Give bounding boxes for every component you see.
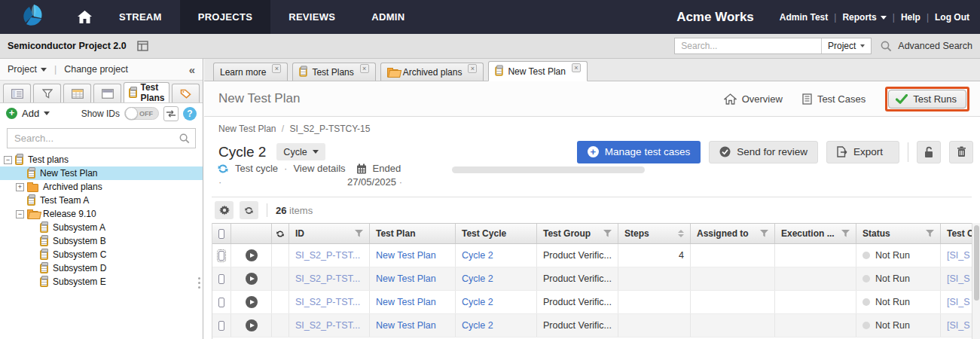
tab-learn-more[interactable]: Learn more × (213, 63, 288, 81)
test-plan-link[interactable]: New Test Plan (376, 297, 436, 307)
row-checkbox[interactable] (218, 298, 224, 307)
send-for-review-button[interactable]: Send for review (709, 141, 818, 163)
user-menu[interactable]: Admin Test (780, 12, 828, 23)
tree-item-archived-plans[interactable]: Archived plans (0, 180, 203, 194)
test-runs-button[interactable]: Test Runs (888, 90, 966, 108)
test-run-id-link[interactable]: SI_S2_P-TST... (295, 297, 360, 307)
help-link[interactable]: Help (901, 12, 920, 23)
test-case-link[interactable]: [SI_S (947, 273, 970, 284)
execute-run-icon[interactable] (246, 273, 258, 285)
close-icon[interactable]: × (572, 63, 581, 72)
tree-item-test-team-a[interactable]: Test Team A (0, 194, 203, 207)
nav-item-stream[interactable]: STREAM (101, 0, 180, 34)
column-header-test-group[interactable]: Test Group (537, 224, 618, 243)
tree-item-subsystem-c[interactable]: Subsystem C (0, 248, 203, 261)
column-header-test-plan[interactable]: Test Plan (370, 224, 456, 243)
test-case-link[interactable]: [SI_S (947, 250, 970, 261)
table-settings-button[interactable] (215, 201, 234, 219)
column-header-id[interactable]: ID (289, 224, 370, 243)
reports-menu[interactable]: Reports (842, 12, 886, 23)
test-plan-link[interactable]: New Test Plan (376, 250, 436, 261)
test-run-id-link[interactable]: SI_S2_P-TST... (295, 250, 360, 261)
filter-icon[interactable] (355, 230, 363, 237)
row-checkbox[interactable] (218, 321, 224, 331)
close-icon[interactable]: × (468, 64, 477, 73)
add-button[interactable]: Add (22, 108, 39, 119)
help-icon[interactable]: ? (183, 107, 197, 121)
test-cycle-link[interactable]: Cycle 2 (462, 320, 493, 331)
panel-view-tab[interactable] (93, 84, 121, 102)
execute-run-icon[interactable] (246, 319, 258, 331)
column-header-status[interactable]: Status (856, 224, 941, 243)
test-plans-tab[interactable]: Test Plans (124, 82, 169, 102)
filter-tab[interactable] (33, 84, 61, 102)
tags-tab[interactable] (172, 84, 200, 102)
tab-test-plans[interactable]: Test Plans × (292, 63, 375, 81)
refresh-table-button[interactable] (240, 201, 258, 219)
filter-icon[interactable] (760, 230, 768, 237)
nav-item-reviews[interactable]: REVIEWS (270, 0, 353, 34)
tab-archived-plans[interactable]: Archived plans × (380, 63, 484, 81)
project-menu[interactable]: Project (8, 64, 47, 75)
close-icon[interactable]: × (272, 64, 281, 73)
tree-item-new-test-plan[interactable]: New Test Plan (0, 166, 203, 180)
tree-item-release-9-10[interactable]: Release 9.10 (0, 207, 203, 221)
refresh-header-cell[interactable] (272, 224, 289, 243)
table-scrollbar[interactable] (972, 223, 980, 339)
sync-ids-button[interactable] (163, 106, 179, 121)
nav-item-admin[interactable]: ADMIN (353, 0, 423, 34)
table-view-tab[interactable] (63, 84, 91, 102)
search-icon[interactable] (881, 41, 892, 52)
delete-button[interactable] (949, 141, 973, 163)
manage-test-cases-button[interactable]: + Manage test cases (577, 141, 701, 163)
tree-item-test-plans[interactable]: Test plans (0, 153, 203, 166)
breadcrumb-parent[interactable]: New Test Plan (218, 124, 276, 134)
column-header-steps[interactable]: Steps (618, 224, 691, 243)
global-search-input[interactable] (675, 41, 821, 51)
column-header-assigned-to[interactable]: Assigned to (691, 224, 775, 243)
nav-item-projects[interactable]: PROJECTS (180, 0, 270, 34)
show-ids-toggle[interactable]: OFF (124, 107, 159, 120)
test-plan-link[interactable]: New Test Plan (376, 273, 436, 284)
expand-expander-icon[interactable] (16, 183, 24, 191)
test-cases-link[interactable]: Test Cases (802, 93, 866, 105)
sort-icon[interactable] (678, 230, 684, 237)
panel-layout-icon[interactable] (137, 41, 148, 51)
test-cycle-link[interactable]: Cycle 2 (462, 297, 493, 307)
scrollbar-thumb[interactable] (974, 225, 979, 301)
collapse-sidebar-button[interactable]: « (189, 63, 195, 76)
test-case-link[interactable]: [SI_S (947, 320, 970, 331)
test-run-id-link[interactable]: SI_S2_P-TST... (295, 273, 360, 284)
unlock-button[interactable] (917, 141, 941, 163)
tree-item-subsystem-e[interactable]: Subsystem E (0, 275, 203, 289)
collapse-expander-icon[interactable] (4, 156, 12, 164)
sidebar-search-input[interactable] (8, 133, 179, 144)
tree-item-subsystem-a[interactable]: Subsystem A (0, 221, 203, 234)
row-checkbox[interactable] (218, 274, 224, 284)
panel-resize-handle[interactable] (198, 277, 201, 289)
filter-icon[interactable] (841, 230, 850, 237)
view-details-link[interactable]: View details (293, 163, 345, 174)
filter-icon[interactable] (603, 230, 612, 237)
collapse-expander-icon[interactable] (16, 210, 24, 218)
export-button[interactable]: Export (826, 141, 899, 163)
tree-item-subsystem-b[interactable]: Subsystem B (0, 234, 203, 248)
test-cycle-link[interactable]: Cycle 2 (462, 250, 493, 261)
test-plan-link[interactable]: New Test Plan (376, 320, 436, 331)
overview-link[interactable]: Overview (724, 93, 783, 105)
tab-new-test-plan[interactable]: New Test Plan × (488, 61, 587, 81)
change-project-link[interactable]: Change project (64, 64, 128, 75)
column-header-test-case[interactable]: Test C (941, 224, 972, 243)
cycle-type-select[interactable]: Cycle (276, 143, 325, 160)
tree-item-subsystem-d[interactable]: Subsystem D (0, 261, 203, 275)
search-scope-select[interactable]: Project (821, 38, 871, 53)
select-all-checkbox[interactable] (218, 229, 224, 239)
chevron-down-icon[interactable] (44, 111, 50, 115)
advanced-search-link[interactable]: Advanced Search (898, 41, 972, 51)
row-checkbox[interactable] (218, 251, 224, 261)
execute-run-icon[interactable] (246, 296, 258, 308)
home-icon[interactable] (68, 0, 101, 34)
test-run-id-link[interactable]: SI_S2_P-TST... (295, 320, 360, 331)
app-logo[interactable] (0, 0, 68, 34)
navigation-tree-tab[interactable] (3, 84, 31, 102)
